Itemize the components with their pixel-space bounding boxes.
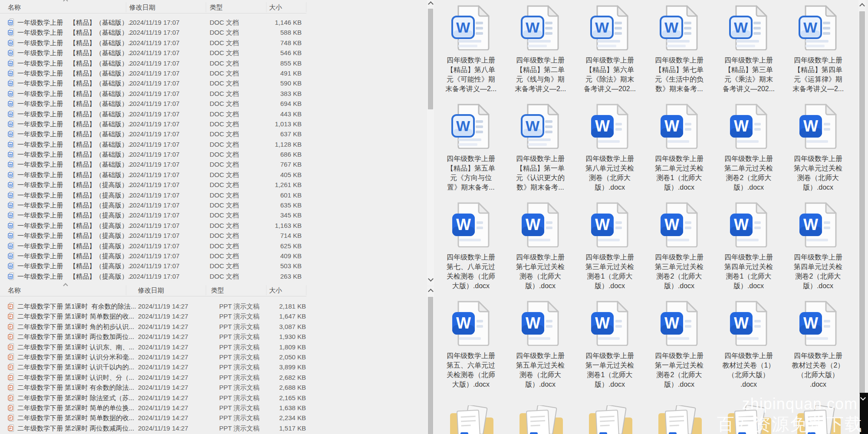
file-tile[interactable]: W W W [508,4,573,103]
file-tile[interactable]: W W W [647,103,712,201]
file-tile[interactable]: W W W [577,398,642,434]
file-row[interactable]: P 二年级数学下册 第1课时 认识千以内的... 2024/11/19 14:2… [0,362,427,372]
word-doc-icon: W [8,79,15,87]
file-row[interactable]: W 一年级数学上册 【精品】（基础版）... 2024/11/19 17:07 … [0,17,427,27]
file-tile[interactable]: W W W [647,201,712,300]
file-row[interactable]: W 一年级数学上册 【精品】（提高版）... 2024/11/19 17:07 … [0,271,427,281]
svg-text:W: W [734,117,749,135]
file-tile[interactable]: W W W [438,103,503,201]
file-row[interactable]: W 一年级数学上册 【精品】（基础版）... 2024/11/19 17:07 … [0,99,427,108]
file-row[interactable]: P 二年级数学下册 第1课时 角的初步认识... 2024/11/19 14:2… [0,322,427,332]
doc-list-scrollbar[interactable] [427,0,434,286]
scrollbar-thumb[interactable] [859,11,865,394]
file-row[interactable]: P 二年级数学下册 第2课时 简单数据的收... 2024/11/19 14:2… [0,413,427,423]
file-row[interactable]: W 一年级数学上册 【精品】（基础版）... 2024/11/19 17:07 … [0,48,427,58]
file-tile[interactable]: W W W [508,398,573,434]
powerpoint-icon: P [8,363,15,371]
file-row[interactable]: W 一年级数学上册 【精品】（基础版）... 2024/11/19 17:07 … [0,38,427,48]
file-row[interactable]: W 一年级数学上册 【精品】（提高版）... 2024/11/19 17:07 … [0,241,427,251]
file-row[interactable]: W 一年级数学上册 【精品】（基础版）... 2024/11/19 17:07 … [0,159,427,169]
file-row[interactable]: W 一年级数学上册 【精品】（提高版）... 2024/11/19 17:07 … [0,261,427,271]
word-doc-icon: W [8,221,15,229]
file-tile[interactable]: W W W [438,201,503,300]
file-tile[interactable]: W W W [786,300,851,398]
scroll-down-icon[interactable] [427,276,434,283]
file-tile[interactable]: W W W [508,103,573,201]
column-header-type[interactable]: 类型 [211,286,224,295]
file-row[interactable]: P 二年级数学下册 第1课时 认识分米和毫... 2024/11/19 14:2… [0,352,427,362]
file-row[interactable]: W 一年级数学上册 【精品】（提高版）... 2024/11/19 17:07 … [0,200,427,210]
file-row[interactable]: W 一年级数学上册 【精品】（提高版）... 2024/11/19 17:07 … [0,190,427,200]
file-name: 二年级数学下册 第1课时 简单数据的收... [17,312,134,321]
file-row[interactable]: W 一年级数学上册 【精品】（提高版）... 2024/11/19 17:07 … [0,220,427,230]
file-row[interactable]: W 一年级数学上册 【精品】（提高版）... 2024/11/19 17:07 … [0,180,427,190]
column-header-size[interactable]: 大小 [269,286,282,295]
file-row[interactable]: P 二年级数学下册 第1课时 简单数据的收... 2024/11/19 14:2… [0,311,427,321]
file-row[interactable]: W 一年级数学上册 【精品】（基础版）... 2024/11/19 17:07 … [0,78,427,88]
file-row[interactable]: W 一年级数学上册 【精品】（基础版）... 2024/11/19 17:07 … [0,139,427,149]
file-tile[interactable]: W W W [716,201,781,300]
file-row[interactable]: W 一年级数学上册 【精品】（基础版）... 2024/11/19 17:07 … [0,129,427,139]
file-tile[interactable]: W W W [716,103,781,201]
file-tile[interactable]: W W W [647,4,712,103]
column-header-date[interactable]: 修改日期 [129,3,155,12]
svg-text:W: W [9,264,12,268]
file-tile[interactable]: W W W [438,398,503,434]
scroll-up-icon[interactable] [427,287,434,294]
file-row[interactable]: W 一年级数学上册 【精品】（基础版）... 2024/11/19 17:07 … [0,89,427,99]
scrollbar-thumb[interactable] [428,297,433,434]
column-header-name[interactable]: 名称 [8,286,21,295]
file-row[interactable]: P 二年级数学下册 第1课时 认识东、南、... 2024/11/19 14:2… [0,342,427,352]
file-tile-caption: 四年级数学上册 第一单元过关检 测卷2（北师大 版）.docx [647,351,712,389]
file-tile[interactable]: W W W [508,300,573,398]
file-tile[interactable]: W W W [438,300,503,398]
file-row[interactable]: W 一年级数学上册 【精品】（基础版）... 2024/11/19 17:07 … [0,170,427,180]
file-row[interactable]: P 二年级数学下册 第2课时 两位数减两位... 2024/11/19 14:2… [0,423,427,433]
file-tile[interactable]: W W W [716,300,781,398]
file-row[interactable]: P 二年级数学下册 第2课时 除法竖式（苏... 2024/11/19 14:2… [0,393,427,403]
file-type: DOC 文档 [210,19,239,27]
file-row[interactable]: P 二年级数学下册 第1课时 两位数加两位... 2024/11/19 14:2… [0,332,427,342]
file-row[interactable]: W 一年级数学上册 【精品】（提高版）... 2024/11/19 17:07 … [0,210,427,220]
column-header-type[interactable]: 类型 [210,3,223,12]
file-tile[interactable]: W W W [786,4,851,103]
column-header-name[interactable]: 名称 [8,3,21,12]
ppt-list-scrollbar[interactable] [427,286,434,434]
file-tile[interactable]: W W W [716,4,781,103]
file-tile[interactable]: W W W [577,4,642,103]
file-tile[interactable]: W W W [577,103,642,201]
scrollbar-thumb[interactable] [428,9,433,109]
file-tile[interactable]: W W W [508,201,573,300]
file-row[interactable]: P 二年级数学下册 第1课时 有余数的除法... 2024/11/19 14:2… [0,301,427,311]
column-header-size[interactable]: 大小 [269,3,282,12]
file-size: 2,181 KB [241,302,306,310]
file-row[interactable]: W 一年级数学上册 【精品】（基础版）... 2024/11/19 17:07 … [0,27,427,37]
file-tile[interactable]: W W W [786,201,851,300]
powerpoint-icon: P [8,383,15,391]
right-pane-scrollbar[interactable] [858,0,866,434]
file-tile-caption: 四年级数学上册 第八单元过关检 测卷（北师大 版）.docx [577,154,642,192]
file-row[interactable]: P 二年级数学下册 第1课时 认识时、分（... 2024/11/19 14:2… [0,372,427,382]
file-tile[interactable]: W W W [438,4,503,103]
file-row[interactable]: W 一年级数学上册 【精品】（基础版）... 2024/11/19 17:07 … [0,119,427,129]
file-row[interactable]: P 二年级数学下册 第2课时 简单的单位换... 2024/11/19 14:2… [0,403,427,413]
file-row[interactable]: W 一年级数学上册 【精品】（基础版）... 2024/11/19 17:07 … [0,109,427,119]
svg-text:W: W [9,21,12,25]
scroll-up-icon[interactable] [858,2,866,9]
file-row[interactable]: W 一年级数学上册 【精品】（提高版）... 2024/11/19 17:07 … [0,251,427,261]
file-tile[interactable]: W W W [577,300,642,398]
file-row[interactable]: W 一年级数学上册 【精品】（基础版）... 2024/11/19 17:07 … [0,68,427,78]
file-tile[interactable]: W W W [647,398,712,434]
doc-file-list: W 一年级数学上册 【精品】（基础版）... 2024/11/19 17:07 … [0,17,427,281]
file-tile[interactable]: W W W [577,201,642,300]
file-name: 一年级数学上册 【精品】（提高版）... [17,273,134,281]
file-tile[interactable]: W W W [786,103,851,201]
file-row[interactable]: W 一年级数学上册 【精品】（提高版）... 2024/11/19 17:07 … [0,230,427,240]
file-tile[interactable]: W W W [647,300,712,398]
file-date: 2024/11/19 17:07 [129,201,180,209]
column-header-date[interactable]: 修改日期 [138,286,164,295]
file-row[interactable]: P 二年级数学下册 第1课时 有余数的除法... 2024/11/19 14:2… [0,382,427,392]
scroll-up-icon[interactable] [427,0,434,7]
file-row[interactable]: W 一年级数学上册 【精品】（基础版）... 2024/11/19 17:07 … [0,58,427,68]
file-row[interactable]: W 一年级数学上册 【精品】（基础版）... 2024/11/19 17:07 … [0,149,427,159]
